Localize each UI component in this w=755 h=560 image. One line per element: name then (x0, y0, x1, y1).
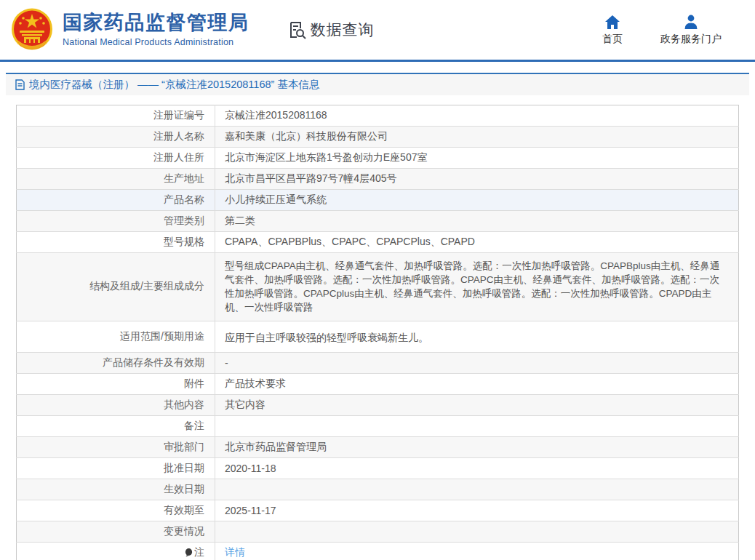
row-label: 注册证编号 (17, 105, 215, 127)
table-row: 审批部门 北京市药品监督管理局 (17, 436, 739, 457)
row-value: 详情 (215, 542, 739, 560)
row-label: 结构及组成/主要组成成分 (17, 253, 215, 321)
row-value (215, 479, 739, 500)
page-title-bar: 境内医疗器械（注册） —— “京械注准20152081168” 基本信息 (6, 73, 749, 95)
row-label: 生效日期 (17, 479, 215, 500)
row-value: 小儿持续正压通气系统 (215, 190, 739, 211)
table-row: 备注 (17, 415, 739, 436)
nav-home-label: 首页 (602, 33, 623, 46)
row-value: 2025-11-17 (215, 500, 739, 521)
row-value: 第二类 (215, 211, 739, 232)
row-value (215, 521, 739, 542)
row-value: 北京市药品监督管理局 (215, 436, 739, 457)
table-row: 注册证编号 京械注准20152081168 (17, 105, 739, 127)
table-row: 管理类别 第二类 (17, 211, 739, 232)
table-row: 生效日期 (17, 479, 739, 500)
registration-info-table-wrap: 注册证编号 京械注准20152081168 注册人名称 嘉和美康（北京）科技股份… (16, 105, 739, 560)
row-label: 生产地址 (17, 169, 215, 190)
top-nav: 首页 政务服务门户 (592, 15, 722, 46)
row-label: 有效期至 (17, 500, 215, 521)
row-value: - (215, 352, 739, 373)
table-row: 有效期至 2025-11-17 (17, 500, 739, 521)
table-row: 生产地址 北京市昌平区昌平路97号7幢4层405号 (17, 169, 739, 190)
nav-item-portal[interactable]: 政务服务门户 (660, 15, 722, 46)
row-value: 嘉和美康（北京）科技股份有限公司 (215, 127, 739, 148)
row-label: 备注 (17, 415, 215, 436)
row-label: 型号规格 (17, 232, 215, 253)
row-value: 北京市海淀区上地东路1号盈创动力E座507室 (215, 148, 739, 169)
page-doc-icon (15, 79, 25, 90)
table-row: 适用范围/预期用途 应用于自主呼吸较强的轻型呼吸衰竭新生儿。 (17, 321, 739, 352)
row-label: 注册人名称 (17, 127, 215, 148)
row-value: 其它内容 (215, 394, 739, 415)
table-row: 其他内容 其它内容 (17, 394, 739, 415)
row-label: 注册人住所 (17, 148, 215, 169)
table-row: 产品名称 小儿持续正压通气系统 (17, 190, 739, 211)
row-label: 附件 (17, 373, 215, 394)
table-row: 结构及组成/主要组成成分 型号组成CPAPA由主机、经鼻通气套件、加热呼吸管路。… (17, 253, 739, 321)
table-row: 变更情况 (17, 521, 739, 542)
national-emblem-logo (10, 8, 54, 53)
row-value: 产品技术要求 (215, 373, 739, 394)
nav-item-home[interactable]: 首页 (592, 15, 633, 46)
row-label: 变更情况 (17, 521, 215, 542)
nav-portal-label: 政务服务门户 (660, 33, 722, 46)
row-label: 产品储存条件及有效期 (17, 352, 215, 373)
row-label: 注 (17, 542, 215, 560)
org-name-cn: 国家药品监督管理局 (63, 12, 249, 34)
row-label: 产品名称 (17, 190, 215, 211)
page-title: 境内医疗器械（注册） —— “京械注准20152081168” 基本信息 (29, 78, 319, 92)
note-balloon-icon (185, 548, 193, 557)
table-row: 批准日期 2020-11-18 (17, 457, 739, 479)
document-search-icon (287, 20, 307, 40)
brand-block: 国家药品监督管理局 National Medical Products Admi… (63, 12, 249, 47)
row-value: 应用于自主呼吸较强的轻型呼吸衰竭新生儿。 (215, 321, 739, 352)
row-label: 管理类别 (17, 211, 215, 232)
table-row-note: 注 详情 (17, 542, 739, 560)
table-row: 附件 产品技术要求 (17, 373, 739, 394)
row-value (215, 415, 739, 436)
table-row: 型号规格 CPAPA、CPAPBPlus、CPAPC、CPAPCPlus、CPA… (17, 232, 739, 253)
row-value: CPAPA、CPAPBPlus、CPAPC、CPAPCPlus、CPAPD (215, 232, 739, 253)
detail-link[interactable]: 详情 (225, 546, 245, 558)
data-query-label: 数据查询 (311, 20, 375, 40)
home-icon (605, 15, 620, 29)
note-label-text: 注 (194, 546, 204, 559)
org-name-en: National Medical Products Administration (63, 37, 249, 47)
site-header: 国家药品监督管理局 National Medical Products Admi… (0, 0, 755, 62)
row-label: 审批部门 (17, 436, 215, 457)
table-row: 注册人名称 嘉和美康（北京）科技股份有限公司 (17, 127, 739, 148)
row-label: 适用范围/预期用途 (17, 321, 215, 352)
row-label: 批准日期 (17, 457, 215, 479)
table-row: 产品储存条件及有效期 - (17, 352, 739, 373)
data-query-nav[interactable]: 数据查询 (287, 20, 375, 40)
row-value: 北京市昌平区昌平路97号7幢4层405号 (215, 169, 739, 190)
table-row: 注册人住所 北京市海淀区上地东路1号盈创动力E座507室 (17, 148, 739, 169)
row-value: 型号组成CPAPA由主机、经鼻通气套件、加热呼吸管路。选配：一次性加热呼吸管路。… (215, 253, 739, 321)
row-value: 京械注准20152081168 (215, 105, 739, 127)
person-icon (684, 15, 698, 29)
registration-info-table: 注册证编号 京械注准20152081168 注册人名称 嘉和美康（北京）科技股份… (16, 105, 739, 560)
row-value: 2020-11-18 (215, 457, 739, 479)
row-label: 其他内容 (17, 394, 215, 415)
